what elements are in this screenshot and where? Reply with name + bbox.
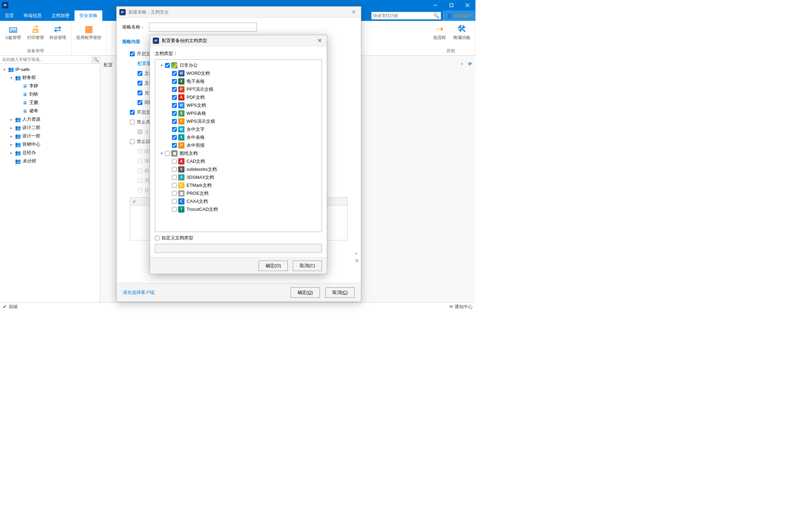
doctype-scroll[interactable]: ▾日常办公WWORD文档X电子表格PPPT演示文稿APDF文档WWPS文档SWP… (155, 60, 322, 232)
doctype-checkbox[interactable] (172, 71, 177, 76)
doctype-checkbox[interactable] (172, 111, 177, 116)
doctype-node[interactable]: W永中文字 (156, 125, 321, 133)
doctype-checkbox[interactable] (172, 167, 177, 172)
row-remove-button[interactable]: ✕ (355, 258, 359, 263)
policy-checkbox[interactable] (137, 100, 142, 105)
tree-twisty[interactable]: ▾ (2, 67, 6, 71)
doctype-checkbox[interactable] (172, 79, 177, 84)
doctype-node[interactable]: ▦PROE文档 (156, 189, 321, 197)
tree-node[interactable]: 🖥刘铁 (0, 90, 100, 98)
search-box[interactable]: 🔍 (371, 12, 441, 19)
doctype-node[interactable]: EETMark文档 (156, 181, 321, 189)
notify-label[interactable]: 通知中心 (455, 304, 473, 310)
menu-tab-2[interactable]: 文档加密 (47, 10, 74, 21)
doctype-node[interactable]: WWPS文档 (156, 101, 321, 109)
doctype-cancel-button[interactable]: 取消(C) (293, 261, 322, 271)
doctype-checkbox[interactable] (172, 103, 177, 108)
doctype-node[interactable]: ACAD文档 (156, 157, 321, 165)
ribbon-item[interactable]: 🖴U盘管理 (3, 22, 24, 40)
policy-checkbox[interactable] (137, 81, 142, 86)
tree-node[interactable]: ▸👥营销中心 (0, 140, 100, 149)
doctype-checkbox[interactable] (172, 87, 177, 92)
doctype-checkbox[interactable] (172, 207, 177, 212)
doctype-checkbox[interactable] (172, 191, 177, 196)
doctype-close-button[interactable]: ✕ (315, 37, 324, 44)
ribbon-item[interactable]: 🖨打印管理 (25, 22, 46, 40)
filter-input[interactable] (0, 56, 92, 63)
doctype-checkbox[interactable] (172, 95, 177, 100)
policy-checkbox[interactable] (137, 90, 142, 95)
doctype-node[interactable]: 33DSMAX文档 (156, 173, 321, 181)
ribbon-item[interactable]: ⇄外设管理 (47, 22, 68, 40)
tree[interactable]: ▾👥IP-safe▾👥财务部🖥李静🖥刘铁🖥王鹏🖥诸奇▸👥人力资源▸👥设计二部▸👥… (0, 64, 100, 302)
doctype-node[interactable]: ▾▦图纸文档 (156, 149, 321, 157)
ok-button[interactable]: 确定(O) (291, 287, 320, 298)
doctype-node[interactable]: P永中简报 (156, 141, 321, 149)
doctype-checkbox[interactable] (172, 135, 177, 140)
minimize-button[interactable] (427, 0, 443, 10)
refresh-button[interactable]: ⟳ (468, 61, 472, 66)
doctype-checkbox[interactable] (165, 63, 170, 68)
tree-node[interactable]: ▸👥设计一部 (0, 132, 100, 140)
doctype-ok-button[interactable]: 确定(O) (259, 261, 288, 271)
tree-node[interactable]: ▸👥设计二部 (0, 123, 100, 132)
custom-type-checkbox[interactable] (155, 236, 159, 240)
tree-twisty[interactable]: ▸ (9, 134, 13, 138)
doctype-node[interactable]: PWPS演示文稿 (156, 117, 321, 125)
policy-checkbox[interactable] (130, 110, 135, 115)
close-button[interactable] (459, 0, 475, 10)
cancel-button[interactable]: 取消(C) (325, 287, 355, 298)
doctype-checkbox[interactable] (172, 175, 177, 180)
doctype-checkbox[interactable] (172, 159, 177, 164)
doctype-node[interactable]: TTrocutCAD文档 (156, 205, 321, 213)
tree-twisty[interactable]: ▸ (9, 143, 13, 146)
doctype-checkbox[interactable] (172, 119, 177, 124)
tree-twisty[interactable]: ▾ (9, 76, 13, 80)
doctype-node[interactable]: Ssolidworks文档 (156, 165, 321, 173)
tree-node[interactable]: ▾👥IP-safe (0, 65, 100, 73)
policy-checkbox[interactable] (130, 51, 135, 56)
tree-node[interactable]: ▸👥人力资源 (0, 115, 100, 123)
ribbon-item[interactable]: ⇢批流程 (429, 22, 450, 40)
tree-node[interactable]: 🖥诸奇 (0, 107, 100, 115)
doctype-checkbox[interactable] (172, 127, 177, 132)
tree-node[interactable]: 🖥李静 (0, 82, 100, 90)
ribbon-item[interactable]: ▦应用程序管控 (74, 22, 103, 40)
doctype-twisty[interactable]: ▾ (159, 63, 164, 67)
tree-node[interactable]: 🖥王鹏 (0, 98, 100, 107)
policy-checkbox[interactable] (130, 120, 135, 125)
doctype-node[interactable]: ▾日常办公 (156, 61, 321, 69)
menu-tab-3[interactable]: 安全策略 (74, 10, 102, 21)
doctype-twisty[interactable]: ▾ (159, 151, 164, 155)
tree-twisty[interactable]: ▸ (9, 118, 13, 121)
row-add-button[interactable]: + (355, 251, 359, 256)
doctype-checkbox[interactable] (172, 183, 177, 188)
dialog-close-button[interactable]: ✕ (349, 9, 358, 15)
doctype-node[interactable]: APDF文档 (156, 93, 321, 101)
dialog-titlebar[interactable]: IP 新建策略 - 文档安全 ✕ (117, 7, 361, 18)
tree-twisty[interactable]: ▸ (9, 151, 13, 155)
policy-checkbox[interactable] (130, 139, 135, 144)
doctype-checkbox[interactable] (172, 199, 177, 204)
user-chip[interactable]: 👤 VIP107 ▾ (443, 10, 475, 21)
maximize-button[interactable] (443, 0, 459, 10)
menu-tab-1[interactable]: 终端信息 (19, 10, 47, 21)
tree-twisty[interactable]: ▸ (9, 126, 13, 130)
tree-node[interactable]: 👥未分组 (0, 157, 100, 165)
doctype-node[interactable]: X电子表格 (156, 77, 321, 85)
doctype-node[interactable]: PPPT演示文稿 (156, 85, 321, 93)
add-button[interactable]: + (460, 61, 463, 66)
search-input[interactable] (373, 13, 433, 18)
doctype-checkbox[interactable] (172, 143, 177, 148)
doctype-checkbox[interactable] (165, 151, 170, 156)
doctype-titlebar[interactable]: IP 配置要备份的文档类型 ✕ (150, 35, 327, 46)
doctype-node[interactable]: SWPS表格 (156, 109, 321, 117)
ribbon-item[interactable]: 🛠附属功能 (451, 22, 472, 40)
doctype-node[interactable]: CCAXA文档 (156, 197, 321, 205)
menu-tab-0[interactable]: 首页 (0, 10, 19, 21)
tree-node[interactable]: ▸👥总经办 (0, 149, 100, 157)
doctype-node[interactable]: X永中表格 (156, 133, 321, 141)
policy-name-input[interactable] (149, 23, 257, 32)
policy-checkbox[interactable] (137, 71, 142, 76)
doctype-node[interactable]: WWORD文档 (156, 69, 321, 77)
